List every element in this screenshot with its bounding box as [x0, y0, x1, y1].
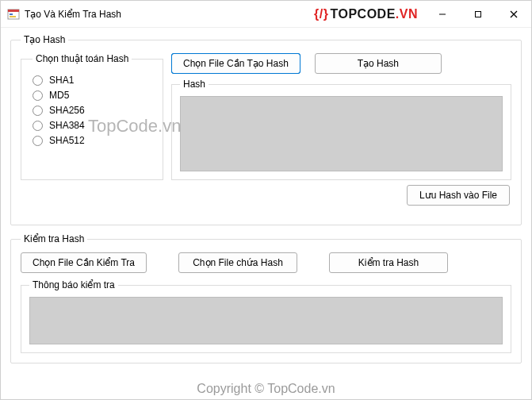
check-hash-legend: Kiểm tra Hash: [21, 233, 87, 244]
create-hash-button[interactable]: Tạo Hash: [315, 53, 442, 74]
radio-md5[interactable]: MD5: [33, 90, 151, 101]
hash-output-group: Hash: [171, 79, 511, 180]
app-icon: [7, 8, 20, 21]
minimize-button[interactable]: [424, 1, 460, 28]
save-hash-button[interactable]: Lưu Hash vào File: [407, 185, 510, 206]
choose-hash-file-button[interactable]: Chọn File chứa Hash: [178, 252, 297, 273]
radio-label: SHA384: [49, 120, 85, 131]
check-hash-button[interactable]: Kiểm tra Hash: [329, 252, 448, 273]
watermark-bottom: Copyright © TopCode.vn: [1, 382, 531, 396]
choose-file-check-button[interactable]: Chọn File Cần Kiểm Tra: [21, 252, 147, 273]
radio-icon: [33, 90, 43, 101]
hash-output-legend: Hash: [180, 79, 209, 90]
radio-icon: [33, 106, 43, 116]
create-hash-group: Tạo Hash Chọn thuật toán Hash SHA1 MD5 S…: [10, 34, 522, 225]
check-message-group: Thông báo kiểm tra: [21, 279, 511, 353]
window-title: Tạo Và Kiểm Tra Hash: [25, 9, 121, 20]
titlebar: Tạo Và Kiểm Tra Hash {/} TOPCODE.VN: [1, 1, 531, 28]
radio-sha512[interactable]: SHA512: [33, 135, 151, 146]
radio-sha384[interactable]: SHA384: [33, 120, 151, 131]
maximize-button[interactable]: [460, 1, 496, 28]
svg-rect-2: [10, 13, 13, 15]
choose-file-create-button[interactable]: Chọn File Cần Tạo Hash: [171, 53, 300, 74]
radio-icon: [33, 136, 43, 146]
svg-rect-3: [10, 16, 16, 17]
radio-label: MD5: [49, 90, 69, 101]
check-message-legend: Thông báo kiểm tra: [29, 279, 118, 290]
radio-sha1[interactable]: SHA1: [33, 75, 151, 86]
check-message-textarea[interactable]: [29, 297, 503, 344]
radio-icon: [33, 121, 43, 131]
hash-output-textarea[interactable]: [180, 96, 503, 171]
radio-label: SHA512: [49, 135, 85, 146]
svg-rect-5: [475, 11, 480, 17]
radio-label: SHA256: [49, 105, 85, 116]
app-window: Tạo Và Kiểm Tra Hash {/} TOPCODE.VN Tạo …: [0, 0, 532, 400]
window-controls: [424, 1, 531, 28]
algorithm-group: Chọn thuật toán Hash SHA1 MD5 SHA256: [21, 53, 163, 180]
radio-icon: [33, 75, 43, 86]
close-button[interactable]: [496, 1, 531, 28]
client-area: Tạo Hash Chọn thuật toán Hash SHA1 MD5 S…: [1, 28, 531, 363]
algorithm-legend: Chọn thuật toán Hash: [33, 53, 132, 64]
check-hash-group: Kiểm tra Hash Chọn File Cần Kiểm Tra Chọ…: [10, 233, 522, 363]
create-hash-legend: Tạo Hash: [21, 34, 68, 45]
svg-rect-1: [8, 10, 19, 12]
radio-sha256[interactable]: SHA256: [33, 105, 151, 116]
radio-label: SHA1: [49, 75, 74, 86]
brand-logo: {/} TOPCODE.VN: [314, 7, 418, 21]
